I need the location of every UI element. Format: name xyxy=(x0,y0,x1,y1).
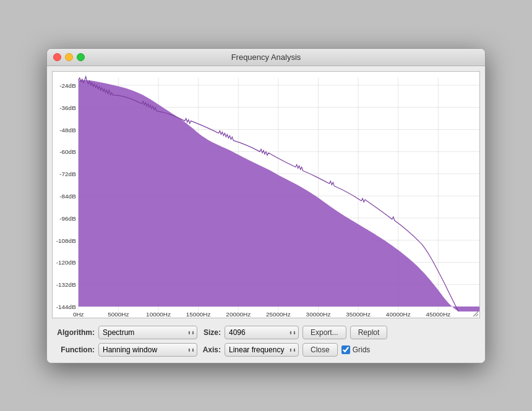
svg-text:30000Hz: 30000Hz xyxy=(306,311,331,318)
svg-text:25000Hz: 25000Hz xyxy=(266,311,291,318)
close-button[interactable] xyxy=(53,53,61,61)
size-select-wrapper: 256 512 1024 2048 4096 8192 16384 xyxy=(225,326,299,339)
axis-select[interactable]: Linear frequency Log frequency Linear pi… xyxy=(225,343,299,357)
svg-text:0Hz: 0Hz xyxy=(73,311,84,318)
algorithm-select-wrapper: Spectrum Autocorrelation Cepstrum xyxy=(98,326,197,339)
svg-text:-48dB: -48dB xyxy=(59,126,76,133)
svg-text:15000Hz: 15000Hz xyxy=(186,311,211,318)
window-title: Frequency Analysis xyxy=(231,53,301,62)
export-button[interactable]: Export... xyxy=(302,326,346,339)
size-label: Size: xyxy=(201,328,221,337)
replot-button[interactable]: Replot xyxy=(350,326,388,339)
grids-checkbox[interactable] xyxy=(341,345,350,354)
grids-label: Grids xyxy=(353,345,371,354)
chart-area: -24dB -36dB -48dB -60dB -72dB -84dB -96d… xyxy=(52,71,480,318)
svg-line-43 xyxy=(476,314,478,316)
algorithm-label: Algorithm: xyxy=(54,328,95,337)
svg-text:45000Hz: 45000Hz xyxy=(426,311,451,318)
size-select[interactable]: 256 512 1024 2048 4096 8192 16384 xyxy=(225,326,299,339)
svg-text:-96dB: -96dB xyxy=(59,214,76,221)
svg-text:10000Hz: 10000Hz xyxy=(146,311,171,318)
svg-text:-24dB: -24dB xyxy=(59,82,76,88)
frequency-analysis-window: Frequency Analysis xyxy=(46,48,486,363)
svg-text:-108dB: -108dB xyxy=(56,237,76,244)
axis-label: Axis: xyxy=(201,345,221,354)
svg-text:-84dB: -84dB xyxy=(59,192,76,199)
controls-panel: Algorithm: Spectrum Autocorrelation Ceps… xyxy=(47,321,485,363)
axis-select-wrapper: Linear frequency Log frequency Linear pi… xyxy=(225,343,299,357)
resize-handle[interactable] xyxy=(471,309,478,316)
svg-text:5000Hz: 5000Hz xyxy=(108,311,129,318)
svg-line-42 xyxy=(473,311,478,316)
function-label: Function: xyxy=(54,345,95,354)
maximize-button[interactable] xyxy=(77,53,85,61)
algorithm-select[interactable]: Spectrum Autocorrelation Cepstrum xyxy=(98,326,197,339)
svg-text:-144dB: -144dB xyxy=(56,303,76,310)
svg-text:-72dB: -72dB xyxy=(59,171,76,177)
grids-checkbox-label[interactable]: Grids xyxy=(341,345,371,354)
svg-text:-60dB: -60dB xyxy=(59,148,76,155)
spectrum-chart: -24dB -36dB -48dB -60dB -72dB -84dB -96d… xyxy=(53,72,479,318)
svg-text:-36dB: -36dB xyxy=(59,104,76,111)
function-select-wrapper: Hanning window Hamming window Blackman w… xyxy=(98,343,197,357)
svg-text:-120dB: -120dB xyxy=(56,259,76,266)
svg-text:20000Hz: 20000Hz xyxy=(226,311,251,318)
svg-text:-132dB: -132dB xyxy=(56,281,76,288)
titlebar: Frequency Analysis xyxy=(47,49,485,66)
close-button[interactable]: Close xyxy=(302,343,338,357)
minimize-button[interactable] xyxy=(65,53,73,61)
svg-text:35000Hz: 35000Hz xyxy=(346,311,371,318)
traffic-lights xyxy=(53,53,85,61)
function-select[interactable]: Hanning window Hamming window Blackman w… xyxy=(98,343,197,357)
svg-text:40000Hz: 40000Hz xyxy=(386,311,411,318)
